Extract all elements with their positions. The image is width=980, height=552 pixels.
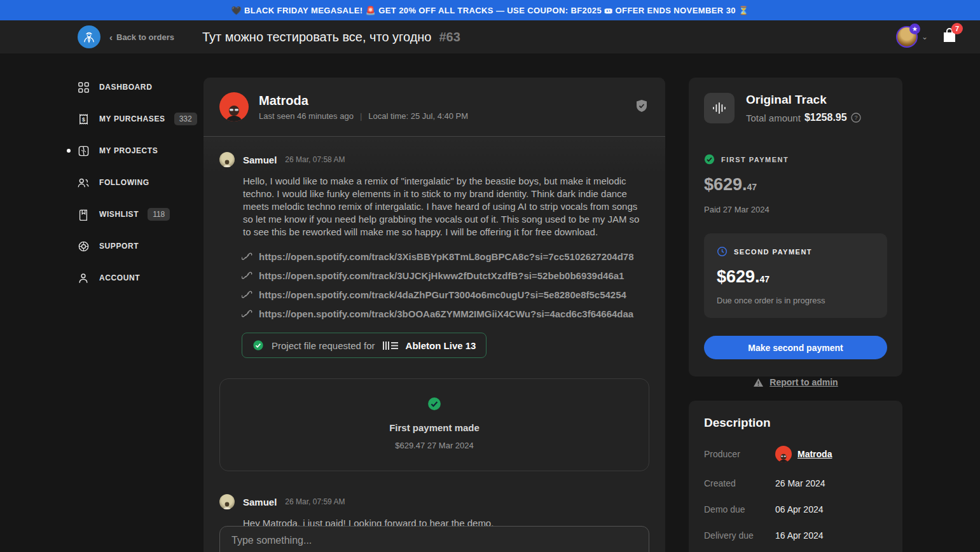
description-title: Description	[704, 416, 887, 430]
message-composer[interactable]	[219, 526, 649, 552]
link-icon	[242, 289, 252, 300]
avatar[interactable]: ★	[896, 26, 918, 48]
active-indicator-dot	[67, 149, 71, 153]
sidebar-item-my-projects[interactable]: MY PROJECTS	[76, 141, 204, 160]
message-input[interactable]	[231, 527, 637, 552]
sidebar-item-account[interactable]: ACCOUNT	[76, 268, 204, 287]
wishlist-icon	[76, 209, 90, 221]
project-file-label: Project file requested for	[272, 340, 375, 351]
sidebar-label: ACCOUNT	[99, 273, 140, 282]
sidebar-item-my-purchases[interactable]: $ MY PURCHASES 332	[76, 109, 204, 128]
total-label: Total amount	[746, 113, 801, 123]
producer-name-link[interactable]: Matroda	[797, 449, 832, 459]
account-icon	[76, 272, 90, 284]
message-header: Samuel 26 Mar, 07:59 AM	[219, 494, 649, 509]
message-time: 26 Mar, 07:59 AM	[285, 497, 345, 506]
first-payment-label: FIRST PAYMENT	[721, 156, 789, 163]
buyer-avatar[interactable]	[219, 494, 235, 509]
order-title-text: Тут можно тестировать все, что угодно	[202, 30, 431, 44]
star-badge-icon: ★	[909, 24, 920, 34]
svg-text:?: ?	[854, 114, 857, 121]
order-header: Original Track Total amount $1258.95 ?	[704, 93, 887, 123]
link-icon	[242, 270, 252, 281]
order-type: Original Track	[746, 93, 861, 107]
second-payment-status: Due once order is in progress	[717, 296, 874, 305]
sidebar-label: WISHLIST	[99, 210, 139, 219]
total-amount: $1258.95	[804, 112, 847, 123]
row-label: Demo due	[704, 504, 775, 514]
first-payment-status: Paid 27 Mar 2024	[704, 205, 887, 214]
support-icon	[76, 240, 90, 252]
order-total-row: Total amount $1258.95 ?	[746, 112, 861, 123]
report-to-admin-link[interactable]: Report to admin	[704, 377, 887, 387]
report-label: Report to admin	[770, 377, 838, 387]
spotify-link[interactable]: https://open.spotify.com/track/3XisBBYpK…	[242, 251, 649, 262]
first-payment-label-row: FIRST PAYMENT	[704, 154, 887, 165]
spotify-link-text: https://open.spotify.com/track/3bOOAa6ZY…	[259, 308, 633, 319]
spotify-link[interactable]: https://open.spotify.com/track/3bOOAa6ZY…	[242, 308, 649, 319]
spotify-link[interactable]: https://open.spotify.com/track/3UJCKjHkw…	[242, 270, 649, 281]
message-author[interactable]: Samuel	[243, 155, 277, 165]
back-label: Back to orders	[116, 32, 174, 42]
meta-divider: |	[360, 111, 362, 121]
sidebar-item-wishlist[interactable]: WISHLIST 118	[76, 205, 204, 224]
purchases-icon: $	[76, 113, 90, 125]
message-author[interactable]: Samuel	[243, 497, 277, 507]
first-payment-event-card: First payment made $629.47 27 Mar 2024	[219, 378, 649, 471]
description-row-producer: Producer Matroda	[704, 446, 887, 462]
row-value: 06 Apr 2024	[775, 504, 824, 514]
row-label: Delivery due	[704, 530, 775, 541]
main-content: DASHBOARD $ MY PURCHASES 332 MY PROJECTS	[0, 53, 980, 552]
producer-name[interactable]: Matroda	[259, 93, 468, 108]
message-list: Samuel 26 Mar, 07:58 AM Hello, I would l…	[204, 137, 665, 530]
second-payment-label: SECOND PAYMENT	[734, 248, 812, 256]
verified-shield-icon[interactable]	[636, 99, 647, 115]
description-row-demo-due: Demo due 06 Apr 2024	[704, 504, 887, 514]
second-payment-section: SECOND PAYMENT $629.47 Due once order is…	[704, 233, 887, 318]
spotify-link-text: https://open.spotify.com/track/3XisBBYpK…	[259, 251, 634, 262]
local-time: Local time: 25 Jul, 4:40 PM	[368, 111, 468, 121]
sidebar: DASHBOARD $ MY PURCHASES 332 MY PROJECTS	[0, 53, 204, 300]
app-logo[interactable]	[78, 25, 100, 48]
second-payment-amount: $629.47	[717, 267, 874, 287]
page-title: Тут можно тестировать все, что угодно#63	[202, 30, 460, 45]
cart-button[interactable]: 7	[942, 27, 957, 46]
sidebar-item-dashboard[interactable]: DASHBOARD	[76, 78, 204, 97]
topbar: ‹ Back to orders Тут можно тестировать в…	[0, 20, 980, 53]
message-body: Hello, I would like to make a remix of "…	[243, 175, 645, 238]
last-seen: Last seen 46 minutes ago	[259, 111, 354, 121]
row-value: 16 Apr 2024	[775, 530, 824, 541]
second-payment-label-row: SECOND PAYMENT	[717, 246, 874, 257]
clock-icon	[717, 246, 728, 257]
message: Samuel 26 Mar, 07:59 AM Hey Matroda, i j…	[219, 494, 649, 530]
sidebar-label: MY PROJECTS	[99, 146, 158, 155]
spotify-link[interactable]: https://open.spotify.com/track/4daZhPGur…	[242, 289, 649, 300]
check-seal-icon	[252, 340, 264, 351]
sidebar-label: DASHBOARD	[99, 83, 152, 92]
sidebar-item-support[interactable]: SUPPORT	[76, 237, 204, 256]
producer-info: Matroda Last seen 46 minutes ago | Local…	[259, 93, 468, 121]
producer-link[interactable]: Matroda	[775, 446, 832, 462]
following-icon	[76, 177, 90, 189]
message-time: 26 Mar, 07:58 AM	[285, 155, 345, 164]
order-number: #63	[439, 30, 460, 44]
green-check-icon	[427, 397, 441, 411]
dashboard-icon	[76, 81, 90, 93]
row-value: 26 Mar 2024	[775, 478, 825, 488]
make-second-payment-button[interactable]: Make second payment	[704, 336, 887, 359]
message: Samuel 26 Mar, 07:58 AM Hello, I would l…	[219, 152, 649, 238]
projects-icon	[76, 145, 90, 157]
sidebar-item-following[interactable]: FOLLOWING	[76, 173, 204, 192]
order-summary-card: Original Track Total amount $1258.95 ? F…	[689, 78, 902, 376]
back-to-orders-button[interactable]: ‹ Back to orders	[109, 32, 174, 42]
chevron-down-icon: ⌄	[921, 32, 928, 41]
row-label: Created	[704, 478, 775, 488]
message-header: Samuel 26 Mar, 07:58 AM	[219, 152, 649, 167]
help-icon[interactable]: ?	[851, 113, 861, 123]
promo-banner: 🖤 BLACK FRIDAY MEGASALE! 🚨 GET 20% OFF A…	[0, 0, 980, 20]
buyer-avatar[interactable]	[219, 152, 235, 167]
user-menu[interactable]: ★ ⌄	[896, 26, 928, 48]
row-label: Producer	[704, 449, 775, 459]
producer-avatar[interactable]	[219, 92, 249, 121]
chat-panel: Matroda Last seen 46 minutes ago | Local…	[204, 78, 665, 552]
